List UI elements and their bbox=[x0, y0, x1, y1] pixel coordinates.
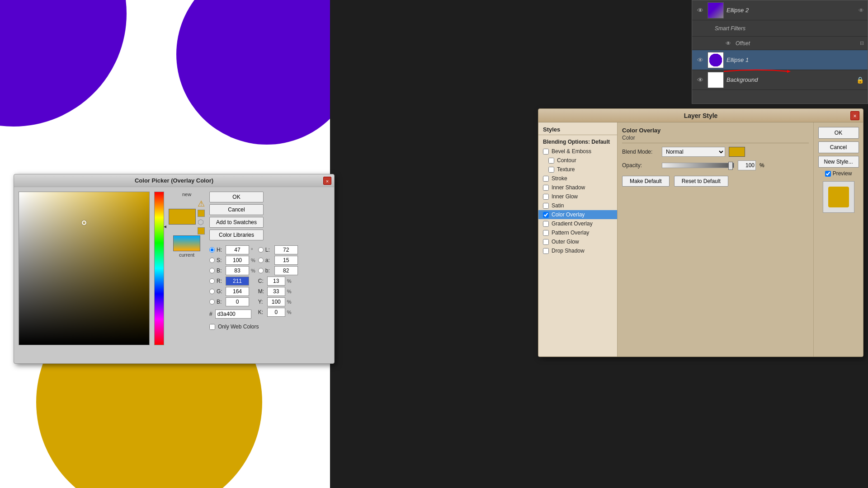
layers-panel: 👁 Ellipse 2 👁 Smart Filters 👁 Offset ⊟ 👁… bbox=[692, 0, 868, 104]
ok-button[interactable]: OK bbox=[818, 127, 859, 139]
blend-mode-select[interactable]: Normal Multiply Screen Overlay bbox=[662, 147, 725, 157]
ls-checkbox-inner-shadow[interactable] bbox=[543, 185, 549, 191]
blend-mode-label: Blend Mode: bbox=[622, 149, 658, 155]
ls-checkbox-bevel[interactable] bbox=[543, 149, 549, 155]
s-field-row: S: % bbox=[209, 256, 255, 265]
opacity-unit: % bbox=[760, 162, 764, 169]
ls-item-color-overlay[interactable]: Color Overlay bbox=[538, 210, 617, 219]
preview-checkbox[interactable] bbox=[825, 171, 831, 177]
layer-row-ellipse1[interactable]: 👁 Ellipse 1 bbox=[692, 50, 868, 70]
cp-ok-button[interactable]: OK bbox=[209, 192, 264, 202]
m-field-row: M: % bbox=[258, 287, 298, 296]
hex-input[interactable] bbox=[215, 310, 251, 319]
r-input[interactable] bbox=[226, 277, 249, 286]
opacity-thumb[interactable] bbox=[728, 162, 733, 170]
r-radio[interactable] bbox=[209, 278, 215, 284]
blab-field-row: b: bbox=[258, 266, 298, 275]
opacity-input[interactable] bbox=[738, 160, 756, 170]
color-field[interactable] bbox=[19, 192, 150, 345]
y-field-row: Y: % bbox=[258, 297, 298, 306]
ls-checkbox-contour[interactable] bbox=[548, 158, 554, 164]
ls-checkbox-drop-shadow[interactable] bbox=[543, 248, 549, 254]
visibility-icon-ellipse2[interactable]: 👁 bbox=[696, 7, 705, 14]
ls-item-stroke[interactable]: Stroke bbox=[538, 174, 617, 183]
a-field-row: a: bbox=[258, 256, 298, 265]
ls-checkbox-pattern-overlay[interactable] bbox=[543, 230, 549, 236]
cp-add-to-swatches-button[interactable]: Add to Swatches bbox=[209, 217, 264, 228]
new-style-button[interactable]: New Style... bbox=[818, 156, 859, 168]
opacity-row: Opacity: % bbox=[622, 160, 809, 170]
ls-checkbox-outer-glow[interactable] bbox=[543, 239, 549, 245]
l-input[interactable] bbox=[274, 245, 298, 254]
make-default-button[interactable]: Make Default bbox=[622, 176, 670, 187]
g-field-row: G: bbox=[209, 287, 255, 296]
blab-input[interactable] bbox=[274, 266, 298, 275]
ls-item-texture[interactable]: Texture bbox=[538, 165, 617, 174]
b-input[interactable] bbox=[226, 266, 249, 275]
opacity-slider[interactable] bbox=[662, 163, 734, 168]
new-color-swatch[interactable] bbox=[169, 209, 196, 225]
k-input[interactable] bbox=[267, 308, 285, 317]
blue-label: B: bbox=[217, 299, 224, 305]
s-radio[interactable] bbox=[209, 258, 215, 263]
web-safe-alt-swatch[interactable] bbox=[198, 227, 205, 235]
h-radio[interactable] bbox=[209, 247, 215, 253]
cancel-button[interactable]: Cancel bbox=[818, 141, 859, 153]
ls-item-outer-glow[interactable]: Outer Glow bbox=[538, 237, 617, 246]
warn-icons: ⚠ ⬡ bbox=[198, 199, 205, 235]
ls-checkbox-inner-glow[interactable] bbox=[543, 194, 549, 200]
reset-to-default-button[interactable]: Reset to Default bbox=[674, 176, 728, 187]
blue-input[interactable] bbox=[226, 297, 249, 306]
styles-header: Styles bbox=[538, 124, 617, 135]
blab-radio[interactable] bbox=[258, 268, 264, 273]
web-safe-swatch[interactable] bbox=[198, 210, 205, 217]
g-input[interactable] bbox=[226, 287, 249, 296]
ls-item-gradient-overlay[interactable]: Gradient Overlay bbox=[538, 219, 617, 228]
visibility-icon-background[interactable]: 👁 bbox=[696, 76, 705, 84]
color-overlay-swatch[interactable] bbox=[729, 147, 745, 157]
ls-item-satin[interactable]: Satin bbox=[538, 201, 617, 210]
hex-label: # bbox=[209, 311, 212, 317]
m-input[interactable] bbox=[267, 287, 285, 296]
color-picker-buttons: OK Cancel Add to Swatches Color Librarie… bbox=[209, 192, 330, 240]
layer-style-close-button[interactable]: × bbox=[850, 111, 859, 120]
l-radio[interactable] bbox=[258, 247, 264, 253]
layer-style-body: Styles Blending Options: Default Bevel &… bbox=[538, 122, 863, 357]
ls-item-bevel-emboss[interactable]: Bevel & Emboss bbox=[538, 147, 617, 156]
a-radio[interactable] bbox=[258, 258, 264, 263]
ls-item-pattern-overlay[interactable]: Pattern Overlay bbox=[538, 228, 617, 237]
m-label: M: bbox=[258, 288, 265, 295]
only-web-colors-checkbox[interactable] bbox=[209, 324, 215, 330]
ls-checkbox-color-overlay[interactable] bbox=[543, 212, 549, 218]
b-radio[interactable] bbox=[209, 268, 215, 273]
hue-slider[interactable] bbox=[154, 192, 164, 345]
ls-checkbox-satin[interactable] bbox=[543, 203, 549, 209]
ls-checkbox-texture[interactable] bbox=[548, 167, 554, 173]
g-radio[interactable] bbox=[209, 289, 215, 294]
visibility-icon-offset[interactable]: 👁 bbox=[724, 40, 733, 47]
ls-item-drop-shadow[interactable]: Drop Shadow bbox=[538, 246, 617, 255]
visibility-icon-ellipse1[interactable]: 👁 bbox=[696, 56, 705, 64]
s-input[interactable] bbox=[226, 256, 249, 265]
current-color-swatch[interactable] bbox=[173, 235, 200, 251]
cp-cancel-button[interactable]: Cancel bbox=[209, 204, 264, 215]
cp-color-libraries-button[interactable]: Color Libraries bbox=[209, 230, 264, 240]
h-input[interactable] bbox=[226, 245, 249, 254]
c-input[interactable] bbox=[267, 277, 285, 286]
ls-item-inner-shadow[interactable]: Inner Shadow bbox=[538, 183, 617, 192]
layer-row-ellipse2[interactable]: 👁 Ellipse 2 👁 bbox=[692, 0, 868, 20]
g-label: G: bbox=[217, 288, 224, 295]
color-field-cursor bbox=[82, 221, 86, 225]
a-input[interactable] bbox=[274, 256, 298, 265]
color-picker-close-button[interactable]: × bbox=[323, 177, 331, 185]
blue-radio[interactable] bbox=[209, 299, 215, 305]
ls-checkbox-gradient-overlay[interactable] bbox=[543, 221, 549, 227]
layer-style-title: Layer Style bbox=[684, 112, 718, 119]
blending-options-item[interactable]: Blending Options: Default bbox=[538, 137, 617, 147]
ls-checkbox-stroke[interactable] bbox=[543, 176, 549, 182]
layer-row-background[interactable]: 👁 Background 🔒 bbox=[692, 70, 868, 90]
ls-item-inner-glow[interactable]: Inner Glow bbox=[538, 192, 617, 201]
blab-label: b: bbox=[265, 267, 273, 274]
y-input[interactable] bbox=[267, 297, 285, 306]
ls-item-contour[interactable]: Contour bbox=[538, 156, 617, 165]
